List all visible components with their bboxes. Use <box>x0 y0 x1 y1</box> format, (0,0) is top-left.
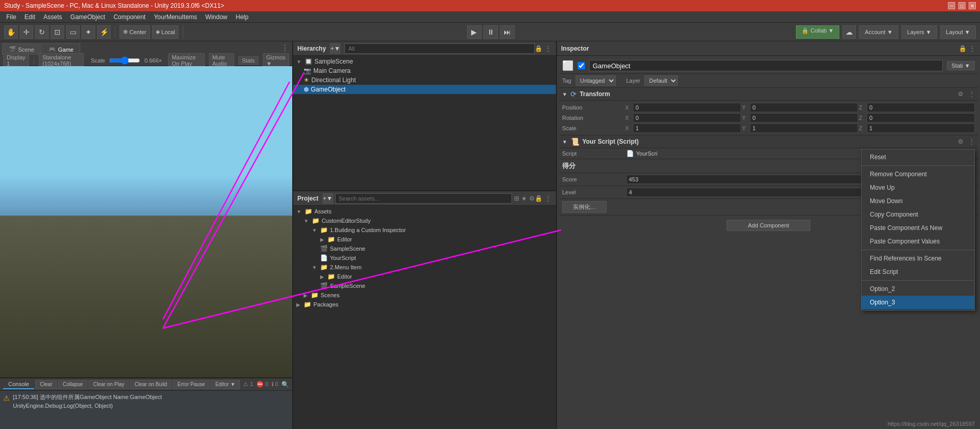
menu-assets[interactable]: Assets <box>39 12 66 22</box>
stats-btn[interactable]: Stats <box>238 56 259 65</box>
project-search[interactable] <box>335 193 512 204</box>
project-item-editor1[interactable]: ▶ 📁 Editor <box>293 235 556 244</box>
project-item-scenes[interactable]: ▶ 📁 Scenes <box>293 290 556 300</box>
menu-file[interactable]: File <box>2 12 20 22</box>
close-btn[interactable]: ✕ <box>969 2 976 9</box>
ctx-option3[interactable]: Option_3 <box>862 296 974 309</box>
account-btn[interactable]: Account ▼ <box>859 25 898 39</box>
hierarchy-item-gameobject[interactable]: ⬢ GameObject <box>293 85 556 94</box>
ctx-option2[interactable]: Option_2 <box>862 282 974 296</box>
layout-btn[interactable]: Layout ▼ <box>940 25 976 39</box>
inspector-lock-icon[interactable]: 🔒 <box>959 45 967 52</box>
position-y-input[interactable]: 0 <box>750 103 858 112</box>
script-header[interactable]: ▼ 📜 Your Script (Script) ⚙ ⋮ <box>559 135 978 148</box>
transform-overflow-icon[interactable]: ⋮ <box>969 90 975 98</box>
ctx-move-up[interactable]: Move Up <box>862 181 974 194</box>
scale-z-input[interactable]: 1 <box>867 124 975 133</box>
layer-select[interactable]: Default <box>644 75 678 86</box>
pause-btn[interactable]: ⏸ <box>484 25 498 39</box>
scale-slider[interactable] <box>109 57 140 64</box>
menu-help[interactable]: Help <box>232 12 253 22</box>
scale-y-input[interactable]: 1 <box>750 124 858 133</box>
go-name-input[interactable]: GameObject <box>589 60 943 71</box>
project-item-building[interactable]: ▼ 📁 1.Building a Custom Inspector <box>293 225 556 235</box>
position-x-input[interactable]: 0 <box>633 103 741 112</box>
menu-window[interactable]: Window <box>201 12 232 22</box>
hierarchy-item-maincamera[interactable]: 📷 Main Camera <box>293 66 556 75</box>
hierarchy-menu-icon[interactable]: ⋮ <box>545 44 552 53</box>
hand-tool-btn[interactable]: ✋ <box>4 25 18 39</box>
project-filter-btn[interactable]: ★ <box>521 195 527 202</box>
scale-tool-btn[interactable]: ⊡ <box>51 25 64 39</box>
add-component-btn[interactable]: Add Component <box>727 220 810 231</box>
script-overflow-icon[interactable]: ⋮ <box>969 138 975 145</box>
rotation-x-input[interactable]: 0 <box>633 113 741 122</box>
project-add-btn[interactable]: +▼ <box>323 193 333 204</box>
ctx-reset[interactable]: Reset <box>862 150 974 164</box>
layers-btn[interactable]: Layers ▼ <box>901 25 937 39</box>
ctx-copy-component[interactable]: Copy Component <box>862 208 974 221</box>
go-active-checkbox[interactable] <box>578 62 585 69</box>
display-label[interactable]: Display 1 <box>3 53 29 68</box>
transform-header[interactable]: ▼ ⟳ Transform ⚙ ⋮ <box>559 88 978 101</box>
console-collapse-btn[interactable]: Collapse <box>58 380 87 389</box>
position-z-input[interactable]: 0 <box>867 103 975 112</box>
custom-btn[interactable]: 实例化… <box>562 201 607 213</box>
console-editor-btn[interactable]: Editor ▼ <box>210 380 240 389</box>
console-tab[interactable]: Console <box>3 380 34 389</box>
project-item-packages[interactable]: ▶ 📁 Packages <box>293 300 556 309</box>
console-log-entry[interactable]: [17:50:36] 选中的组件所属GameObject Name:GameOb… <box>13 393 162 410</box>
ctx-edit-script[interactable]: Edit Script <box>862 265 974 279</box>
transform-gear-icon[interactable]: ⚙ <box>958 90 963 98</box>
project-settings-icon[interactable]: ⚙ <box>529 195 535 202</box>
mute-audio-btn[interactable]: Mute Audio <box>209 53 234 68</box>
hierarchy-item-samplescene[interactable]: ▼ 🔲 SampleScene <box>293 57 556 66</box>
menu-yourmenu[interactable]: YourMenuItems <box>149 12 201 22</box>
move-tool-btn[interactable]: ✛ <box>20 25 33 39</box>
console-clearplay-btn[interactable]: Clear on Play <box>88 380 129 389</box>
cloud-btn[interactable]: ☁ <box>842 25 856 39</box>
project-item-editor2[interactable]: ▶ 📁 Editor <box>293 272 556 281</box>
play-btn[interactable]: ▶ <box>467 25 481 39</box>
hierarchy-lock-icon[interactable]: 🔒 <box>535 45 542 52</box>
project-item-samplescene2[interactable]: 🎬 SampleScene <box>293 281 556 290</box>
console-search-icon[interactable]: 🔍 <box>281 381 289 388</box>
rect-tool-btn[interactable]: ▭ <box>66 25 80 39</box>
project-view-btn[interactable]: ⊞ <box>514 195 519 202</box>
step-btn[interactable]: ⏭ <box>500 25 515 39</box>
menu-component[interactable]: Component <box>109 12 149 22</box>
project-item-assets[interactable]: ▼ 📁 Assets <box>293 207 556 216</box>
maximize-on-play-btn[interactable]: Maximize On Play <box>168 53 204 68</box>
local-toggle-btn[interactable]: ◈ Local <box>152 25 178 39</box>
rotate-tool-btn[interactable]: ↻ <box>35 25 49 39</box>
project-lock-icon[interactable]: 🔒 <box>535 195 542 202</box>
ctx-find-references[interactable]: Find References In Scene <box>862 252 974 265</box>
project-item-customeditor[interactable]: ▼ 📁 CustomEditorStudy <box>293 216 556 225</box>
ctx-remove-component[interactable]: Remove Component <box>862 167 974 181</box>
scale-x-input[interactable]: 1 <box>633 124 741 133</box>
standalone-select[interactable]: Standalone (1024x768) <box>39 53 84 68</box>
script-gear-icon[interactable]: ⚙ <box>958 138 963 145</box>
maximize-btn[interactable]: □ <box>958 2 966 9</box>
collab-btn[interactable]: 🔒 Collab ▼ <box>796 25 839 39</box>
menu-gameobject[interactable]: GameObject <box>66 12 109 22</box>
ctx-paste-as-new[interactable]: Paste Component As New <box>862 221 974 235</box>
console-clearbuild-btn[interactable]: Clear on Build <box>130 380 172 389</box>
minimize-btn[interactable]: ─ <box>948 2 955 9</box>
scene-view[interactable] <box>0 66 292 377</box>
console-errorpause-btn[interactable]: Error Pause <box>173 380 209 389</box>
project-item-yourscript[interactable]: 📄 YourScript <box>293 253 556 263</box>
console-clear-btn[interactable]: Clear <box>35 380 57 389</box>
hierarchy-search[interactable] <box>344 43 535 54</box>
ctx-paste-values[interactable]: Paste Component Values <box>862 235 974 248</box>
project-menu-icon[interactable]: ⋮ <box>545 194 552 203</box>
project-item-samplescene1[interactable]: 🎬 SampleScene <box>293 244 556 253</box>
tag-select[interactable]: Untagged <box>576 75 616 86</box>
gizmos-btn[interactable]: Gizmos ▼ <box>263 53 289 68</box>
hierarchy-item-directionallight[interactable]: ☀ Directional Light <box>293 75 556 85</box>
go-static-btn[interactable]: Stati ▼ <box>947 61 975 70</box>
menu-edit[interactable]: Edit <box>20 12 39 22</box>
center-toggle-btn[interactable]: ⊕ Center <box>119 25 150 39</box>
transform-tool-btn[interactable]: ✦ <box>82 25 95 39</box>
ctx-move-down[interactable]: Move Down <box>862 194 974 208</box>
